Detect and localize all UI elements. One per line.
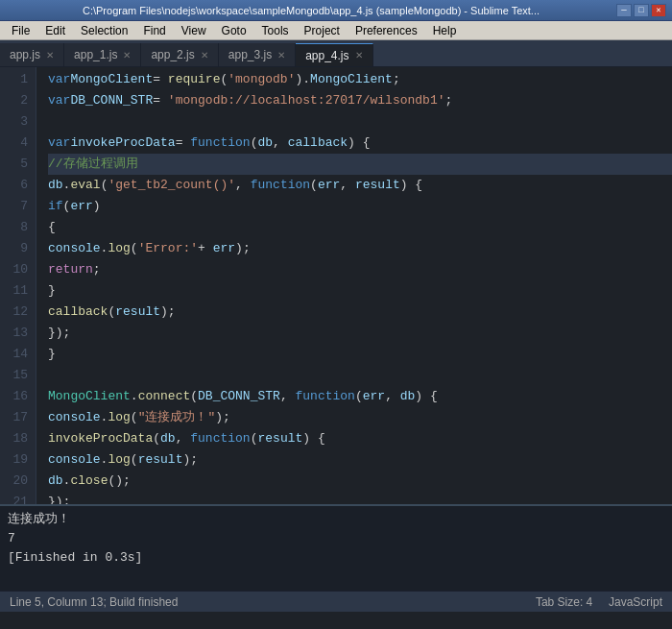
tab-close-icon[interactable]: ✕: [123, 50, 131, 60]
menu-item-find[interactable]: Find: [135, 23, 173, 38]
line-number-16: 16: [8, 386, 28, 407]
line-number-4: 4: [8, 133, 28, 154]
menu-item-edit[interactable]: Edit: [37, 23, 73, 38]
minimize-button[interactable]: ─: [616, 4, 632, 17]
output-line-1: 连接成功！: [8, 510, 664, 529]
line-number-11: 11: [8, 280, 28, 302]
tab-app-js[interactable]: app.js✕: [0, 43, 64, 66]
line-number-18: 18: [8, 428, 28, 449]
line-number-10: 10: [8, 259, 28, 280]
menu-item-file[interactable]: File: [4, 23, 37, 38]
code-line-21: });: [48, 492, 672, 504]
code-line-20: db.close();: [48, 471, 672, 492]
line-number-2: 2: [8, 90, 28, 111]
status-bar: Line 5, Column 13; Build finished Tab Si…: [0, 591, 672, 612]
code-line-15: [48, 365, 672, 386]
menu-item-project[interactable]: Project: [297, 23, 348, 38]
code-area: 1234567891011121314151617181920212223 va…: [0, 67, 672, 504]
code-content[interactable]: var MongoClient = require('mongodb').Mon…: [36, 67, 672, 504]
code-line-18: invokeProcData(db, function(result) {: [48, 428, 672, 449]
line-number-21: 21: [8, 492, 28, 504]
code-line-17: console.log("连接成功！");: [48, 407, 672, 428]
title-bar: C:\Program Files\nodejs\workspace\sample…: [0, 0, 672, 21]
menu-item-preferences[interactable]: Preferences: [348, 23, 425, 38]
line-number-1: 1: [8, 69, 28, 90]
close-button[interactable]: ✕: [651, 4, 666, 17]
menu-item-tools[interactable]: Tools: [254, 23, 297, 38]
line-number-7: 7: [8, 196, 28, 217]
line-numbers: 1234567891011121314151617181920212223: [0, 67, 36, 504]
output-line-2: 7: [8, 529, 664, 548]
menu-item-goto[interactable]: Goto: [214, 23, 254, 38]
output-panel: 连接成功！ 7 [Finished in 0.3s]: [0, 504, 672, 591]
menu-item-help[interactable]: Help: [425, 23, 465, 38]
tab-bar: app.js✕app_1.js✕app_2.js✕app_3.js✕app_4.…: [0, 40, 672, 67]
status-left: Line 5, Column 13; Build finished: [10, 595, 178, 609]
menu-item-view[interactable]: View: [174, 23, 214, 38]
tab-close-icon[interactable]: ✕: [277, 50, 285, 60]
code-line-8: {: [48, 217, 672, 238]
line-number-20: 20: [8, 471, 28, 492]
tab-app_3-js[interactable]: app_3.js✕: [219, 43, 296, 66]
menu-bar: FileEditSelectionFindViewGotoToolsProjec…: [0, 21, 672, 40]
code-line-12: callback(result);: [48, 302, 672, 323]
title-bar-text: C:\Program Files\nodejs\workspace\sample…: [6, 5, 616, 16]
code-line-10: return;: [48, 259, 672, 280]
tab-app_1-js[interactable]: app_1.js✕: [64, 43, 141, 66]
status-tab-size: Tab Size: 4 JavaScript: [536, 595, 662, 609]
line-number-15: 15: [8, 365, 28, 386]
line-number-8: 8: [8, 217, 28, 238]
tab-app_2-js[interactable]: app_2.js✕: [141, 43, 218, 66]
code-line-2: var DB_CONN_STR = 'mongodb://localhost:2…: [48, 90, 672, 111]
line-number-6: 6: [8, 175, 28, 196]
code-line-7: if(err): [48, 196, 672, 217]
line-number-12: 12: [8, 302, 28, 323]
editor: 1234567891011121314151617181920212223 va…: [0, 67, 672, 504]
window-controls[interactable]: ─ □ ✕: [616, 4, 666, 17]
tab-close-icon[interactable]: ✕: [46, 50, 54, 60]
line-number-14: 14: [8, 344, 28, 365]
code-line-3: [48, 111, 672, 133]
tab-app_4-js[interactable]: app_4.js✕: [296, 43, 372, 66]
line-number-19: 19: [8, 449, 28, 471]
line-number-17: 17: [8, 407, 28, 428]
tab-close-icon[interactable]: ✕: [201, 50, 208, 60]
line-number-3: 3: [8, 111, 28, 133]
line-number-13: 13: [8, 323, 28, 344]
code-line-6: db.eval('get_tb2_count()', function(err,…: [48, 175, 672, 196]
menu-item-selection[interactable]: Selection: [73, 23, 135, 38]
code-line-4: var invokeProcData = function(db, callba…: [48, 133, 672, 154]
code-line-13: });: [48, 323, 672, 344]
code-line-1: var MongoClient = require('mongodb').Mon…: [48, 69, 672, 90]
code-line-19: console.log(result);: [48, 449, 672, 471]
line-number-9: 9: [8, 238, 28, 259]
code-line-9: console.log('Error:'+ err);: [48, 238, 672, 259]
line-number-5: 5: [8, 154, 28, 175]
maximize-button[interactable]: □: [634, 4, 649, 17]
code-line-14: }: [48, 344, 672, 365]
code-line-5: //存储过程调用: [48, 154, 672, 175]
tab-close-icon[interactable]: ✕: [355, 50, 363, 60]
code-line-11: }: [48, 280, 672, 302]
output-line-3: [Finished in 0.3s]: [8, 548, 664, 568]
code-line-16: MongoClient.connect(DB_CONN_STR, functio…: [48, 386, 672, 407]
